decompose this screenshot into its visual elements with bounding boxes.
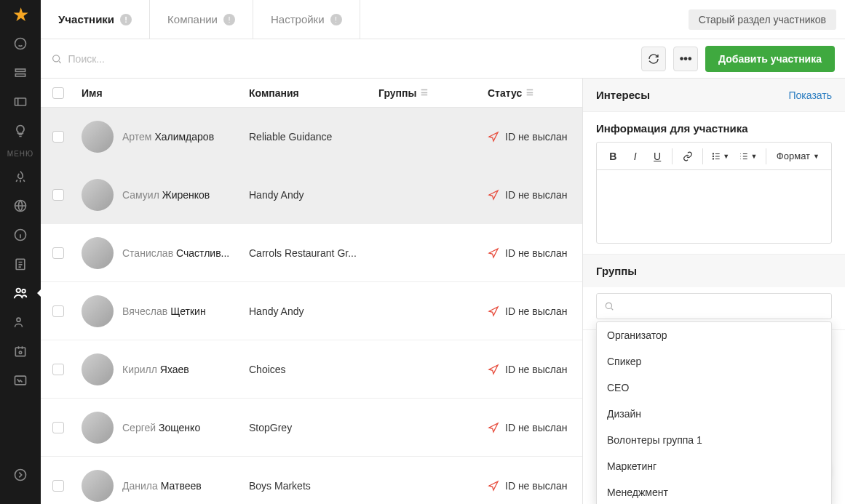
row-checkbox[interactable] [52,480,64,492]
table-row[interactable]: Кирилл Яхаев Choices ID не выслан [41,340,582,399]
rail-item-users-alt[interactable] [0,308,41,337]
info-label: Информация для участника [596,122,832,135]
avatar [82,412,114,444]
col-status[interactable]: Статус☰ [488,87,571,99]
row-checkbox[interactable] [52,364,64,375]
group-search-wrap [596,293,832,319]
logo-star-icon: ★ [0,0,41,29]
more-button[interactable]: ••• [673,47,698,71]
editor-body[interactable] [597,170,831,243]
col-group[interactable]: Группы☰ [378,87,488,99]
rail-item-participants[interactable] [0,279,41,308]
last-name: Щеткин [170,305,206,317]
search-icon [604,301,614,311]
rail-item-globe[interactable] [0,191,41,220]
table-row[interactable]: Сергей Зощенко StopGrey ID не выслан [41,399,582,457]
avatar [82,237,114,269]
warning-icon: ! [120,14,132,25]
table-row[interactable]: Станислав Счастлив... Carrols Restaurant… [41,224,582,282]
menu-label: МЕНЮ [7,150,33,158]
row-checkbox[interactable] [52,422,64,433]
group-option[interactable]: Волонтеры группа 1 [597,427,831,453]
italic-button[interactable]: I [624,146,645,167]
rail-item-chat[interactable] [0,29,41,58]
tab-companies[interactable]: Компании! [150,0,253,39]
underline-button[interactable]: U [647,146,667,167]
warning-icon: ! [223,14,235,25]
tab-participants[interactable]: Участники! [41,0,150,39]
send-icon [488,189,499,201]
row-checkbox[interactable] [52,131,64,143]
table-row[interactable]: Данила Матвеев Boys Markets ID не выслан [41,457,582,504]
link-button[interactable] [677,146,697,167]
rail-item-badge[interactable] [0,337,41,366]
refresh-button[interactable] [641,47,666,71]
svg-rect-3 [15,98,26,105]
group-option[interactable]: Организатор [597,322,831,348]
avatar [82,353,114,385]
group-option[interactable]: CEO [597,375,831,401]
group-search-input[interactable] [620,300,824,312]
status-text: ID не выслан [505,189,567,201]
first-name: Станислав [122,247,173,259]
group-option[interactable]: Дизайн [597,401,831,427]
table-row[interactable]: Артем Халимдаров Reliable Guidance ID не… [41,108,582,166]
ul-button[interactable]: ▼ [707,146,734,167]
table-body: Артем Халимдаров Reliable Guidance ID не… [41,108,582,504]
status-text: ID не выслан [505,305,567,317]
rail-item-archive[interactable] [0,58,41,87]
table-row[interactable]: Вячеслав Щеткин Handy Andy ID не выслан [41,282,582,340]
group-option[interactable]: Менеджмент [597,479,831,504]
col-company[interactable]: Компания [249,87,378,99]
search-icon [51,53,63,65]
table-row[interactable]: Самуил Жиренков Handy Andy ID не выслан [41,166,582,224]
last-name: Матвеев [161,480,202,492]
first-name: Самуил [122,189,159,201]
rich-text-editor: B I U ▼ ▼ Формат▼ [596,142,832,244]
ol-button[interactable]: ▼ [735,146,761,167]
last-name: Яхаев [160,364,189,375]
svg-rect-1 [15,69,25,71]
rail-item-vk[interactable] [0,366,41,395]
groups-label: Группы [596,265,637,277]
rail-item-clipboard[interactable] [0,249,41,279]
rail-item-info[interactable] [0,220,41,249]
svg-point-18 [606,303,611,308]
toolbar: ••• Добавить участника [41,39,845,79]
rail-item-idea[interactable] [0,116,41,145]
add-participant-button[interactable]: Добавить участника [705,46,835,72]
groups-header: Группы [583,255,845,287]
rail-item-ticket[interactable] [0,87,41,116]
table-header: Имя Компания Группы☰ Статус☰ [41,79,582,108]
first-name: Артем [122,131,151,143]
first-name: Кирилл [122,364,157,375]
send-icon [488,305,499,317]
select-all-checkbox[interactable] [52,87,64,99]
info-section: Информация для участника B I U ▼ ▼ Форма… [583,112,845,255]
company-cell: Boys Markets [249,480,378,492]
rail-item-fire[interactable] [0,162,41,191]
row-checkbox[interactable] [52,189,64,201]
company-cell: Handy Andy [249,189,378,201]
group-option[interactable]: Спикер [597,348,831,375]
row-checkbox[interactable] [52,247,64,259]
col-name[interactable]: Имя [82,87,249,99]
bold-button[interactable]: B [603,146,623,167]
tab-settings[interactable]: Настройки! [253,0,360,39]
send-icon [488,131,499,143]
rail-collapse-icon[interactable] [0,460,41,489]
search-input[interactable] [68,53,635,65]
show-link[interactable]: Показать [788,89,832,101]
svg-point-15 [713,153,714,153]
group-option[interactable]: Маркетинг [597,453,831,479]
company-cell: Reliable Guidance [249,131,378,143]
old-section-button[interactable]: Старый раздел участников [689,9,836,30]
sort-icon: ☰ [526,88,533,97]
row-checkbox[interactable] [52,305,64,317]
send-icon [488,247,499,259]
company-cell: Carrols Restaurant Gr... [249,247,378,259]
send-icon [488,364,499,375]
status-text: ID не выслан [505,247,567,259]
warning-icon: ! [330,14,342,25]
format-dropdown[interactable]: Формат▼ [771,151,825,161]
